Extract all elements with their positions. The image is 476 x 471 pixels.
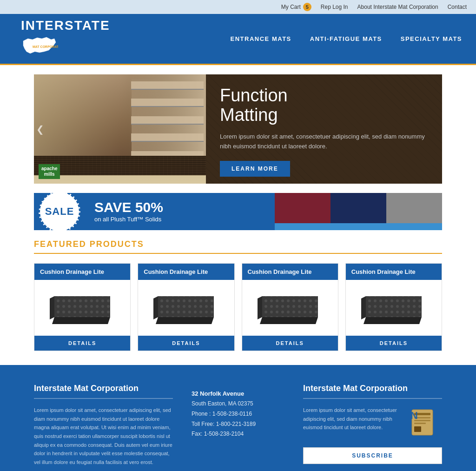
product-4-mat-svg bbox=[361, 287, 426, 329]
usa-map-icon: MAT CORPORATION bbox=[21, 34, 58, 57]
svg-marker-4 bbox=[52, 317, 110, 324]
footer-col2-title: Interstate Mat Corporation bbox=[303, 384, 442, 399]
sale-label: SALE bbox=[45, 206, 74, 218]
sale-badge-wrap: SALE bbox=[34, 193, 85, 230]
product-1-details-button[interactable]: DETAILS bbox=[34, 336, 130, 351]
swatch-navy bbox=[331, 193, 386, 230]
header: INTERSTATE MAT CORPORATION ENTRANCE MATS… bbox=[0, 14, 476, 65]
svg-marker-10 bbox=[153, 296, 158, 319]
hero-prev-arrow[interactable]: ❮ bbox=[36, 124, 44, 135]
svg-marker-3 bbox=[54, 296, 110, 317]
footer-col2-text: Lorem ipsum dolor sit amet, consectetuer… bbox=[303, 406, 400, 440]
address-line1: 32 Norfolk Avenue bbox=[192, 388, 284, 399]
top-bar: My Cart 5 Rep Log In About Interstate Ma… bbox=[0, 0, 476, 14]
footer-col1-title: Interstate Mat Corporation bbox=[34, 384, 173, 399]
hero-description: Lorem ipsum dolor sit amet, consectetuer… bbox=[220, 132, 428, 152]
learn-more-button[interactable]: LEARN MORE bbox=[220, 161, 290, 177]
svg-marker-5 bbox=[50, 296, 54, 319]
product-4-title: Cushion Drainage Lite bbox=[346, 264, 442, 280]
hero-image-left: ❮ apache mills bbox=[34, 74, 206, 184]
svg-marker-13 bbox=[262, 296, 318, 317]
news-icon-wrap: N bbox=[410, 406, 442, 440]
cart-count: 5 bbox=[303, 3, 311, 11]
svg-marker-14 bbox=[260, 317, 318, 324]
swatch-maroon bbox=[275, 193, 331, 230]
nav-specialty-mats[interactable]: SPECIALTY MATS bbox=[401, 35, 462, 42]
product-1-title: Cushion Drainage Lite bbox=[34, 264, 130, 280]
product-2-title: Cushion Drainage Lite bbox=[138, 264, 234, 280]
product-3-image bbox=[242, 280, 338, 336]
product-4-image bbox=[346, 280, 442, 336]
products-grid: Cushion Drainage Lite DETAILS Cushion bbox=[34, 263, 442, 351]
about-link[interactable]: About Interstate Mat Corporation bbox=[357, 4, 438, 10]
news-icon: N bbox=[410, 406, 442, 438]
svg-marker-15 bbox=[258, 296, 262, 319]
subscribe-button[interactable]: SUBSCRIBE bbox=[303, 447, 442, 464]
rep-login-link[interactable]: Rep Log In bbox=[321, 4, 348, 10]
footer: Interstate Mat Corporation Lorem ipsum d… bbox=[0, 365, 476, 471]
featured-title: FEATURED PRODUCTS bbox=[34, 239, 442, 254]
logo-text-line1: INTERSTATE bbox=[21, 19, 110, 32]
footer-address: 32 Norfolk Avenue South Easton, MA 02375… bbox=[192, 388, 284, 439]
svg-text:MAT CORPORATION: MAT CORPORATION bbox=[33, 45, 58, 48]
address-line2: South Easton, MA 02375 bbox=[192, 399, 284, 409]
svg-marker-20 bbox=[361, 296, 366, 319]
main-nav: ENTRANCE MATS ANTI-FATIGUE MATS SPECIALT… bbox=[231, 35, 462, 42]
product-2-image bbox=[138, 280, 234, 336]
product-card-2: Cushion Drainage Lite DETAILS bbox=[138, 263, 234, 351]
footer-tollfree: Toll Free: 1-800-221-3189 bbox=[192, 419, 284, 430]
product-3-mat-svg bbox=[258, 287, 323, 329]
logo[interactable]: INTERSTATE MAT CORPORATION bbox=[14, 14, 117, 64]
svg-marker-19 bbox=[364, 317, 422, 324]
sale-banner: SALE SAVE 50% on all Plush Tuff™ Solids bbox=[34, 193, 442, 230]
sale-subtitle: on all Plush Tuff™ Solids bbox=[94, 216, 163, 223]
contact-link[interactable]: Contact bbox=[448, 4, 467, 10]
product-4-details-button[interactable]: DETAILS bbox=[346, 336, 442, 351]
sale-percent: SAVE 50% bbox=[94, 200, 163, 214]
product-card-3: Cushion Drainage Lite DETAILS bbox=[242, 263, 338, 351]
product-1-mat-svg bbox=[50, 287, 115, 329]
product-1-image bbox=[34, 280, 130, 336]
featured-products-section: FEATURED PRODUCTS Cushion Drainage Lite bbox=[34, 239, 442, 351]
svg-marker-9 bbox=[156, 317, 214, 324]
footer-phone: Phone : 1-508-238-0116 bbox=[192, 409, 284, 419]
product-2-mat-svg bbox=[153, 287, 218, 329]
svg-rect-25 bbox=[414, 423, 426, 424]
footer-col-newsletter: Interstate Mat Corporation Lorem ipsum d… bbox=[303, 384, 442, 467]
footer-newsletter-content: Lorem ipsum dolor sit amet, consectetuer… bbox=[303, 406, 442, 440]
svg-marker-18 bbox=[366, 296, 422, 317]
product-3-title: Cushion Drainage Lite bbox=[242, 264, 338, 280]
product-2-details-button[interactable]: DETAILS bbox=[138, 336, 234, 351]
svg-rect-26 bbox=[414, 426, 421, 432]
nav-antifatigue-mats[interactable]: ANTI-FATIGUE MATS bbox=[310, 35, 382, 42]
sale-badge: SALE bbox=[39, 193, 80, 230]
hero-text-panel: Function Matting Lorem ipsum dolor sit a… bbox=[206, 74, 442, 184]
svg-marker-8 bbox=[158, 296, 214, 317]
cart-label: My Cart bbox=[281, 4, 301, 10]
sale-swatches bbox=[275, 193, 442, 230]
cart-link[interactable]: My Cart 5 bbox=[281, 3, 311, 11]
footer-inner: Interstate Mat Corporation Lorem ipsum d… bbox=[34, 384, 442, 467]
footer-fax: Fax: 1-508-238-2104 bbox=[192, 429, 284, 439]
footer-col-address: 32 Norfolk Avenue South Easton, MA 02375… bbox=[192, 384, 284, 467]
nav-entrance-mats[interactable]: ENTRANCE MATS bbox=[231, 35, 291, 42]
footer-col1-text: Lorem ipsum dolor sit amet, consectetuer… bbox=[34, 406, 173, 467]
sale-text: SAVE 50% on all Plush Tuff™ Solids bbox=[85, 200, 172, 223]
footer-col-about: Interstate Mat Corporation Lorem ipsum d… bbox=[34, 384, 173, 467]
hero-banner: ❮ apache mills Function Matting Lorem ip… bbox=[34, 74, 442, 184]
product-card-4: Cushion Drainage Lite DETAILS bbox=[345, 263, 442, 351]
apache-mills-badge: apache mills bbox=[39, 164, 60, 179]
product-3-details-button[interactable]: DETAILS bbox=[242, 336, 338, 351]
hero-title: Function Matting bbox=[220, 86, 428, 125]
svg-text:N: N bbox=[410, 410, 418, 421]
swatch-gray bbox=[386, 193, 442, 230]
product-card-1: Cushion Drainage Lite DETAILS bbox=[34, 263, 131, 351]
